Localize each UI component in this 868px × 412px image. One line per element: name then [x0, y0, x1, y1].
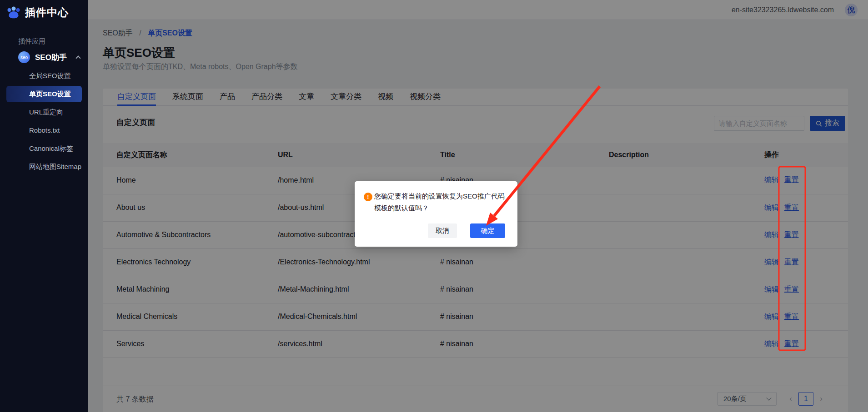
app-root: 插件中心 插件应用 seo SEO助手 全局SEO设置单页SEO设置URL重定向…	[0, 0, 868, 412]
sidebar-group-label: SEO助手	[35, 52, 76, 63]
sidebar: 插件中心 插件应用 seo SEO助手 全局SEO设置单页SEO设置URL重定向…	[0, 0, 88, 412]
logo: 插件中心	[6, 5, 69, 20]
chevron-up-icon	[75, 55, 80, 60]
sidebar-submenu: 全局SEO设置单页SEO设置URL重定向Robots.txtCanonical标…	[0, 67, 88, 176]
confirm-button[interactable]: 确定	[470, 223, 505, 238]
cancel-button[interactable]: 取消	[428, 223, 457, 238]
dialog-message: 您确定要将当前的设置恢复为SEO推广代码模板的默认值吗？	[374, 190, 511, 214]
confirm-dialog: ! 您确定要将当前的设置恢复为SEO推广代码模板的默认值吗？ 取消 确定	[355, 181, 517, 247]
sidebar-item-3[interactable]: Robots.txt	[0, 121, 88, 139]
app-title: 插件中心	[25, 5, 69, 20]
warning-icon: !	[364, 193, 372, 201]
sidebar-group-seo[interactable]: seo SEO助手	[18, 51, 86, 64]
sidebar-section-label: 插件应用	[18, 37, 45, 46]
sidebar-item-2[interactable]: URL重定向	[0, 103, 88, 121]
sidebar-item-4[interactable]: Canonical标签	[0, 139, 88, 158]
dialog-buttons: 取消 确定	[428, 223, 505, 238]
sidebar-item-0[interactable]: 全局SEO设置	[0, 67, 88, 85]
seo-badge-icon: seo	[18, 51, 30, 63]
paw-logo-icon	[6, 6, 21, 20]
sidebar-item-5[interactable]: 网站地图Sitemap	[0, 158, 88, 176]
sidebar-item-1[interactable]: 单页SEO设置	[6, 86, 82, 102]
